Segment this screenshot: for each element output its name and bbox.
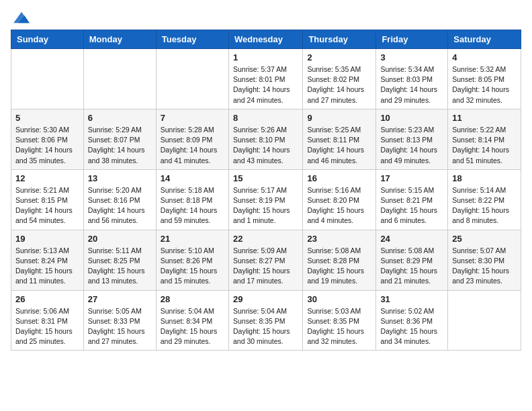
day-info: Sunrise: 5:34 AM Sunset: 8:03 PM Dayligh… <box>380 64 443 105</box>
day-number: 21 <box>161 234 224 244</box>
calendar-cell: 1Sunrise: 5:37 AM Sunset: 8:01 PM Daylig… <box>228 49 302 109</box>
day-info: Sunrise: 5:03 AM Sunset: 8:35 PM Dayligh… <box>307 306 371 347</box>
logo-icon <box>12 11 31 24</box>
day-number: 9 <box>307 113 371 123</box>
calendar-cell: 6Sunrise: 5:29 AM Sunset: 8:07 PM Daylig… <box>83 109 156 169</box>
weekday-header-wednesday: Wednesday <box>228 30 302 49</box>
calendar-cell: 25Sunrise: 5:07 AM Sunset: 8:30 PM Dayli… <box>448 230 521 290</box>
day-number: 8 <box>233 113 298 123</box>
calendar-cell: 10Sunrise: 5:23 AM Sunset: 8:13 PM Dayli… <box>376 109 448 169</box>
day-info: Sunrise: 5:32 AM Sunset: 8:05 PM Dayligh… <box>452 64 517 105</box>
day-info: Sunrise: 5:29 AM Sunset: 8:07 PM Dayligh… <box>88 125 152 166</box>
day-number: 1 <box>233 52 298 62</box>
weekday-header-monday: Monday <box>83 30 156 49</box>
weekday-header-saturday: Saturday <box>448 30 521 49</box>
calendar-cell: 22Sunrise: 5:09 AM Sunset: 8:27 PM Dayli… <box>228 230 302 290</box>
calendar-cell: 9Sunrise: 5:25 AM Sunset: 8:11 PM Daylig… <box>303 109 376 169</box>
day-number: 23 <box>307 234 371 244</box>
calendar-table: SundayMondayTuesdayWednesdayThursdayFrid… <box>11 30 521 351</box>
week-row-4: 19Sunrise: 5:13 AM Sunset: 8:24 PM Dayli… <box>11 230 521 290</box>
calendar-cell: 4Sunrise: 5:32 AM Sunset: 8:05 PM Daylig… <box>448 49 521 109</box>
day-info: Sunrise: 5:08 AM Sunset: 8:29 PM Dayligh… <box>380 246 443 287</box>
day-info: Sunrise: 5:28 AM Sunset: 8:09 PM Dayligh… <box>161 125 224 166</box>
calendar-cell: 24Sunrise: 5:08 AM Sunset: 8:29 PM Dayli… <box>376 230 448 290</box>
day-number: 17 <box>380 173 443 183</box>
day-info: Sunrise: 5:14 AM Sunset: 8:22 PM Dayligh… <box>452 185 517 226</box>
calendar-cell: 23Sunrise: 5:08 AM Sunset: 8:28 PM Dayli… <box>303 230 376 290</box>
day-number: 28 <box>161 294 224 304</box>
day-number: 20 <box>88 234 152 244</box>
day-number: 10 <box>380 113 443 123</box>
calendar-cell: 12Sunrise: 5:21 AM Sunset: 8:15 PM Dayli… <box>11 169 84 230</box>
weekday-header-friday: Friday <box>376 30 448 49</box>
logo <box>11 11 31 21</box>
day-number: 19 <box>15 234 79 244</box>
day-info: Sunrise: 5:04 AM Sunset: 8:35 PM Dayligh… <box>233 306 298 347</box>
calendar-cell: 3Sunrise: 5:34 AM Sunset: 8:03 PM Daylig… <box>376 49 448 109</box>
calendar-cell: 17Sunrise: 5:15 AM Sunset: 8:21 PM Dayli… <box>376 169 448 230</box>
day-info: Sunrise: 5:30 AM Sunset: 8:06 PM Dayligh… <box>15 125 79 166</box>
day-info: Sunrise: 5:23 AM Sunset: 8:13 PM Dayligh… <box>380 125 443 166</box>
day-info: Sunrise: 5:20 AM Sunset: 8:16 PM Dayligh… <box>88 185 152 226</box>
week-row-1: 1Sunrise: 5:37 AM Sunset: 8:01 PM Daylig… <box>11 49 521 109</box>
calendar-cell: 31Sunrise: 5:02 AM Sunset: 8:36 PM Dayli… <box>376 290 448 351</box>
day-number: 31 <box>380 294 443 304</box>
day-info: Sunrise: 5:09 AM Sunset: 8:27 PM Dayligh… <box>233 246 298 287</box>
day-info: Sunrise: 5:21 AM Sunset: 8:15 PM Dayligh… <box>15 185 79 226</box>
day-info: Sunrise: 5:11 AM Sunset: 8:25 PM Dayligh… <box>88 246 152 287</box>
day-number: 12 <box>15 173 79 183</box>
calendar-cell: 21Sunrise: 5:10 AM Sunset: 8:26 PM Dayli… <box>156 230 228 290</box>
week-row-3: 12Sunrise: 5:21 AM Sunset: 8:15 PM Dayli… <box>11 169 521 230</box>
day-number: 29 <box>233 294 298 304</box>
day-info: Sunrise: 5:37 AM Sunset: 8:01 PM Dayligh… <box>233 64 298 105</box>
day-number: 11 <box>452 113 517 123</box>
day-number: 27 <box>88 294 152 304</box>
calendar-cell: 5Sunrise: 5:30 AM Sunset: 8:06 PM Daylig… <box>11 109 84 169</box>
day-info: Sunrise: 5:13 AM Sunset: 8:24 PM Dayligh… <box>15 246 79 287</box>
day-info: Sunrise: 5:07 AM Sunset: 8:30 PM Dayligh… <box>452 246 517 287</box>
calendar-cell: 26Sunrise: 5:06 AM Sunset: 8:31 PM Dayli… <box>11 290 84 351</box>
weekday-header-tuesday: Tuesday <box>156 30 228 49</box>
calendar-cell <box>11 49 84 109</box>
day-number: 24 <box>380 234 443 244</box>
calendar-cell <box>83 49 156 109</box>
day-info: Sunrise: 5:17 AM Sunset: 8:19 PM Dayligh… <box>233 185 298 226</box>
weekday-header-row: SundayMondayTuesdayWednesdayThursdayFrid… <box>11 30 521 49</box>
day-number: 2 <box>307 52 371 62</box>
day-info: Sunrise: 5:18 AM Sunset: 8:18 PM Dayligh… <box>161 185 224 226</box>
calendar-cell: 2Sunrise: 5:35 AM Sunset: 8:02 PM Daylig… <box>303 49 376 109</box>
calendar-cell: 20Sunrise: 5:11 AM Sunset: 8:25 PM Dayli… <box>83 230 156 290</box>
day-info: Sunrise: 5:06 AM Sunset: 8:31 PM Dayligh… <box>15 306 79 347</box>
day-info: Sunrise: 5:05 AM Sunset: 8:33 PM Dayligh… <box>88 306 152 347</box>
day-info: Sunrise: 5:22 AM Sunset: 8:14 PM Dayligh… <box>452 125 517 166</box>
day-info: Sunrise: 5:25 AM Sunset: 8:11 PM Dayligh… <box>307 125 371 166</box>
calendar-cell: 29Sunrise: 5:04 AM Sunset: 8:35 PM Dayli… <box>228 290 302 351</box>
calendar-cell <box>156 49 228 109</box>
calendar-cell: 7Sunrise: 5:28 AM Sunset: 8:09 PM Daylig… <box>156 109 228 169</box>
day-info: Sunrise: 5:08 AM Sunset: 8:28 PM Dayligh… <box>307 246 371 287</box>
day-info: Sunrise: 5:04 AM Sunset: 8:34 PM Dayligh… <box>161 306 224 347</box>
calendar-cell: 15Sunrise: 5:17 AM Sunset: 8:19 PM Dayli… <box>228 169 302 230</box>
day-number: 16 <box>307 173 371 183</box>
day-info: Sunrise: 5:02 AM Sunset: 8:36 PM Dayligh… <box>380 306 443 347</box>
day-number: 6 <box>88 113 152 123</box>
day-info: Sunrise: 5:35 AM Sunset: 8:02 PM Dayligh… <box>307 64 371 105</box>
day-number: 15 <box>233 173 298 183</box>
day-info: Sunrise: 5:16 AM Sunset: 8:20 PM Dayligh… <box>307 185 371 226</box>
weekday-header-sunday: Sunday <box>11 30 84 49</box>
day-number: 4 <box>452 52 517 62</box>
week-row-2: 5Sunrise: 5:30 AM Sunset: 8:06 PM Daylig… <box>11 109 521 169</box>
weekday-header-thursday: Thursday <box>303 30 376 49</box>
calendar-cell: 14Sunrise: 5:18 AM Sunset: 8:18 PM Dayli… <box>156 169 228 230</box>
calendar-cell: 16Sunrise: 5:16 AM Sunset: 8:20 PM Dayli… <box>303 169 376 230</box>
day-number: 7 <box>161 113 224 123</box>
day-number: 25 <box>452 234 517 244</box>
calendar-cell: 8Sunrise: 5:26 AM Sunset: 8:10 PM Daylig… <box>228 109 302 169</box>
day-info: Sunrise: 5:15 AM Sunset: 8:21 PM Dayligh… <box>380 185 443 226</box>
week-row-5: 26Sunrise: 5:06 AM Sunset: 8:31 PM Dayli… <box>11 290 521 351</box>
page-header <box>11 11 521 21</box>
day-info: Sunrise: 5:10 AM Sunset: 8:26 PM Dayligh… <box>161 246 224 287</box>
day-number: 26 <box>15 294 79 304</box>
day-number: 18 <box>452 173 517 183</box>
day-number: 14 <box>161 173 224 183</box>
